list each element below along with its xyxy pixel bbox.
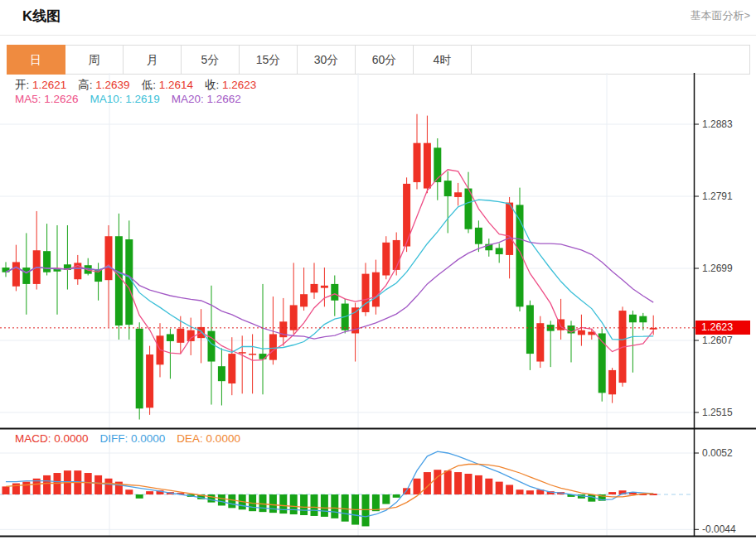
price-axis-label: 1.2607 (702, 335, 733, 346)
macd-legend: MACD: 0.0000DIFF: 0.0000DEA: 0.0000 (15, 432, 240, 445)
ma20-line (6, 238, 653, 339)
macd-axis-label: -0.0044 (702, 523, 736, 535)
ma5-line (6, 170, 653, 360)
price-axis-label: 1.2515 (702, 407, 733, 418)
diff-line (6, 451, 653, 517)
legend-item: MACD: 0.0000 (15, 432, 89, 445)
legend-item: 开: 1.2621 (15, 78, 66, 93)
price-axis-label: 1.2791 (702, 190, 733, 202)
kline-widget: K线图 基本面分析> 日周月5分15分30分60分4时 开: 1.2621高: … (0, 0, 756, 540)
macd-histogram (2, 470, 657, 526)
legend-item: MA20: 1.2662 (172, 93, 241, 105)
legend-item: MA5: 1.2626 (15, 93, 79, 105)
ma-lines (6, 170, 653, 360)
legend-item: 高: 1.2639 (78, 78, 129, 93)
ma-legend: MA5: 1.2626MA10: 1.2619MA20: 1.2662 (15, 93, 241, 105)
ohlc-legend: 开: 1.2621高: 1.2639低: 1.2614收: 1.2623 (15, 78, 256, 93)
price-axis-label: 1.2883 (702, 118, 733, 130)
legend-item: 收: 1.2623 (205, 78, 256, 93)
price-axis-label: 1.2699 (702, 263, 733, 274)
legend-item: DIFF: 0.0000 (100, 432, 166, 445)
current-price-tag: 1.2623 (695, 321, 750, 335)
legend-item: MA10: 1.2619 (90, 93, 160, 105)
legend-item: 低: 1.2614 (142, 78, 193, 93)
legend-item: DEA: 0.0000 (177, 432, 240, 445)
macd-lines (6, 451, 653, 517)
candles-layer (2, 114, 657, 420)
ma10-line (6, 200, 653, 352)
dea-line (6, 465, 653, 510)
macd-axis-label: 0.0052 (702, 447, 733, 459)
